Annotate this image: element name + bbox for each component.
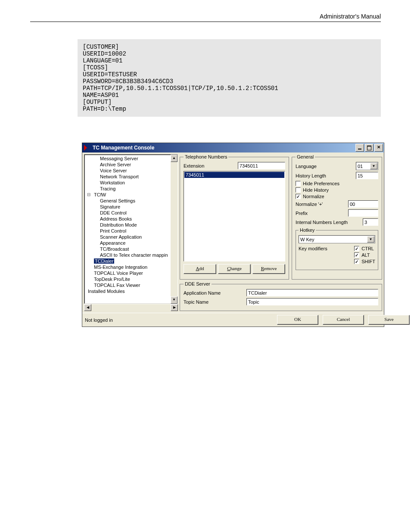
config-code-block: [CUSTOMER] USERID=10002 LANGUAGE=01 [TCO… [78,39,381,117]
tree-horizontal-scrollbar[interactable]: ◀ ▶ [84,304,178,311]
chevron-down-icon[interactable]: ▼ [367,236,374,243]
tree-vertical-scrollbar[interactable]: ▲ ▼ [171,155,177,304]
tree-item[interactable]: Scanner Application [87,234,177,240]
tree-item[interactable]: Appearance [87,240,177,246]
close-button[interactable] [374,144,383,152]
hotkey-group: Hotkey W Key ▼ Key modifiers ✓CTRL ✓ALT [296,227,378,270]
tree-item[interactable]: Signature [87,204,177,210]
normalize-checkbox[interactable]: ✓Normalize [296,194,378,199]
topic-name-input[interactable] [246,298,378,305]
scroll-down-button[interactable]: ▼ [171,296,177,304]
language-select[interactable]: 01 ▼ [356,162,378,170]
application-name-label: Application Name [184,290,244,296]
internal-numbers-length-label: Internal Numbers Length [296,220,348,225]
cancel-button[interactable]: Cancel [323,315,364,325]
history-length-label: History Length [296,173,326,178]
tree-item[interactable]: TCfW [87,192,177,198]
tree-item[interactable]: TC/Broadcast [87,246,177,252]
extension-label: Extension [184,163,204,168]
tree-item[interactable]: TCDialer [87,258,177,264]
ok-button[interactable]: OK [277,315,318,325]
save-button[interactable]: Save [368,315,410,325]
status-bar: Not logged in OK Cancel Save [82,313,384,327]
tree-item[interactable]: Distribution Mode [87,222,177,228]
prefix-label: Prefix [296,211,308,216]
tree-item[interactable]: Messaging Server [87,156,177,162]
tree-item[interactable]: Network Transport [87,174,177,180]
app-icon [84,145,90,151]
chevron-down-icon[interactable]: ▼ [370,163,377,169]
tree-item[interactable]: Archive Server [87,162,177,168]
extension-listbox[interactable]: 7345011 [184,171,285,261]
language-label: Language [296,164,317,169]
scroll-left-button[interactable]: ◀ [84,304,91,311]
prefix-input[interactable] [348,209,378,217]
tree-item[interactable]: Workstation [87,180,177,186]
scroll-up-button[interactable]: ▲ [171,155,177,162]
general-group: General Language 01 ▼ History Length [292,154,382,280]
normalize-plus-label: Normalize '+' [296,202,323,207]
list-item[interactable]: 7345011 [184,172,284,178]
remove-button[interactable]: Remove [252,264,285,274]
history-length-input[interactable] [356,172,378,179]
page-header: Administrator's Manual [30,13,381,22]
tree-item[interactable]: Installed Modules [87,288,177,294]
internal-numbers-length-input[interactable] [363,218,378,226]
tree-item[interactable]: TOPCALL Voice Player [87,270,177,276]
alt-checkbox[interactable]: ✓ALT [354,252,375,258]
hotkey-legend: Hotkey [299,227,316,233]
topic-name-label: Topic Name [184,299,244,305]
management-console-window: TC Management Console Messaging ServerAr… [82,143,384,327]
ctrl-checkbox[interactable]: ✓CTRL [354,246,375,251]
key-modifiers-label: Key modifiers [299,246,327,251]
tree-item[interactable]: TOPCALL Fax Viewer [87,282,177,288]
tree-item[interactable]: Address Books [87,216,177,222]
telephone-legend: Telephone Numbers [184,154,228,159]
hotkey-select[interactable]: W Key ▼ [299,235,375,243]
general-legend: General [296,154,315,159]
dde-legend: DDE Server [184,281,212,286]
dde-server-group: DDE Server Application Name Topic Name [180,281,382,311]
application-name-input[interactable] [246,289,378,296]
scroll-right-button[interactable]: ▶ [171,304,178,311]
shift-checkbox[interactable]: ✓SHIFT [354,259,375,264]
navigation-tree[interactable]: Messaging ServerArchive ServerVoice Serv… [84,154,178,304]
window-title: TC Management Console [93,145,154,151]
tree-item[interactable]: General Settings [87,198,177,204]
tree-item[interactable]: Tracing [87,186,177,192]
tree-item[interactable]: ASCII to Telex character mappin [87,252,177,258]
titlebar[interactable]: TC Management Console [82,143,384,152]
telephone-numbers-group: Telephone Numbers Extension 7345011 Add … [180,154,289,280]
hide-history-checkbox[interactable]: Hide History [296,187,378,193]
tree-item[interactable]: MS-Exchange Integration [87,264,177,270]
tree-item[interactable]: Voice Server [87,168,177,174]
extension-input[interactable] [238,162,285,169]
tree-item[interactable]: TopDesk Pro/Lite [87,276,177,282]
add-button[interactable]: Add [184,264,216,274]
status-text: Not logged in [85,317,274,323]
minimize-button[interactable] [355,144,364,152]
normalize-plus-input[interactable] [348,200,378,208]
change-button[interactable]: Change [218,264,251,274]
hide-preferences-checkbox[interactable]: Hide Preferences [296,181,378,186]
tree-item[interactable]: DDE Control [87,210,177,216]
tree-item[interactable]: Print Control [87,228,177,234]
maximize-button[interactable] [365,144,374,152]
